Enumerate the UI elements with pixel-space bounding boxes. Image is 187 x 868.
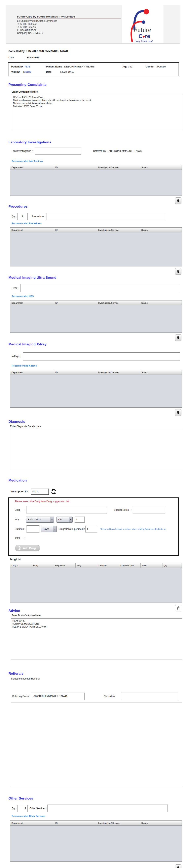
drug-list-header: Drug IDDrugFequencyWayDurationDuration T… [10, 563, 182, 568]
advice-textarea[interactable]: REASSURE cONTINUE MEDICATIONS sEE IN 1 W… [11, 618, 182, 660]
prescription-id-input[interactable] [31, 489, 49, 495]
drug-input[interactable] [27, 506, 107, 514]
section-title-ultrasound: Medical Imaging Ultra Sound [8, 276, 187, 280]
diagnosis-textarea[interactable] [10, 429, 182, 469]
duration-type-value: Day/s [43, 528, 49, 530]
procedures-table-header: DepartmentIDInvestigation/ServiceStatus [10, 227, 182, 232]
special-notes-input[interactable] [133, 506, 165, 514]
frequency-select[interactable]: OD ▼ [57, 517, 73, 523]
way-label: Way : [15, 518, 26, 521]
drug-list-table: Drug IDDrugFequencyWayDurationDuration T… [10, 563, 182, 603]
other-services-body[interactable] [10, 826, 182, 861]
column-header: ID [54, 165, 97, 169]
per-meal-input[interactable] [85, 526, 97, 532]
patient-id-value: 7335 [24, 65, 30, 68]
meal-timing-value: Before Meal [28, 518, 41, 521]
duration-type-select[interactable]: Day/s ▼ [41, 526, 57, 532]
other-services-label: Other Services : [30, 807, 47, 810]
uss-table-header: DepartmentIDInvestigation/ServiceStatus [10, 301, 182, 305]
patient-date-value: 2024-10-10 [61, 70, 74, 73]
column-header: Investigation/Service [97, 165, 140, 169]
other-services-input[interactable] [47, 805, 168, 812]
column-header: Investigation/Service [97, 370, 140, 375]
recommended-xray-link[interactable]: Recommended X-Rays [12, 365, 37, 367]
other-services-header: DepartmentIDInvestigation / ServiceStatu… [10, 821, 182, 826]
section-title-procedures: Procedures [8, 205, 187, 209]
visit-date-row: Date : 2024-10-10 [8, 56, 187, 59]
section-title-refferals: Refferals [8, 672, 187, 676]
xray-table-body[interactable] [10, 375, 182, 407]
lab-investigation-input[interactable] [35, 147, 81, 155]
lab-table-body[interactable] [10, 170, 182, 195]
section-title-medication: Medication [8, 478, 187, 483]
visit-id-value: 16188 [24, 70, 31, 73]
column-header: ID [54, 821, 97, 825]
section-title-diagnosis: Diagnosis [8, 420, 187, 424]
duration-label: Duration : [15, 528, 27, 530]
svg-text:Future: Future [134, 26, 151, 33]
xray-input[interactable] [23, 352, 180, 361]
company-name: Future Care by Future Holdings (Pty) Lim… [17, 15, 121, 19]
uss-delete-button[interactable] [175, 334, 181, 341]
column-header: ID [54, 301, 97, 305]
duration-input[interactable] [27, 525, 39, 533]
column-header: Status [140, 370, 182, 375]
frequency-qty-input[interactable] [75, 517, 85, 523]
advice-label: Enter Doctor's Advice Here [12, 614, 187, 617]
recommended-other-services-link[interactable]: Recommended Other Services [12, 815, 45, 817]
gender-value: Female [157, 65, 166, 68]
svg-text:C♥re: C♥re [139, 33, 150, 39]
svg-text:Body Mind Soul: Body Mind Soul [135, 40, 153, 43]
other-services-table: DepartmentIDInvestigation / ServiceStatu… [10, 820, 182, 862]
prescription-id-label: Prescription ID : [10, 490, 30, 493]
procedures-input[interactable] [46, 213, 165, 220]
drug-list-label: Drug List [10, 558, 187, 561]
trash-icon [176, 198, 180, 203]
procedures-table-body[interactable] [10, 232, 182, 266]
add-drug-button[interactable]: + Add Drug [15, 545, 40, 551]
column-header: Department [10, 165, 54, 169]
xray-delete-button[interactable] [175, 409, 181, 416]
other-services-delete-button[interactable] [175, 864, 181, 868]
visit-id-label: Visit ID : [11, 70, 24, 73]
special-notes-label: Special Notes : [114, 508, 133, 512]
date-value: 2024-10-10 [27, 56, 39, 59]
patient-name-label: Patient Name : [46, 65, 64, 68]
future-care-logo: Future C♥re Body Mind Soul [122, 5, 163, 43]
patient-name-value: DEBORAH IRENY MEARS [64, 65, 95, 68]
column-header: Department [10, 301, 54, 305]
letterhead: Future Care by Future Holdings (Pty) Lim… [6, 5, 180, 43]
column-header: Drug ID [10, 563, 32, 568]
chevron-down-icon: ▼ [53, 526, 57, 532]
referred-by-label: Reffered By : [93, 150, 108, 152]
section-title-laboratory: Laboratory Investigations [8, 141, 187, 145]
section-title-xray: Medical Imaging X-Ray [8, 342, 187, 346]
drug-label: Drug : [15, 508, 27, 512]
plus-icon: + [18, 547, 21, 550]
refferal-list-box[interactable] [11, 702, 182, 787]
column-header: Drug [32, 563, 54, 568]
recommended-lab-testings-link[interactable]: Recommended Lab Testings [12, 160, 43, 162]
column-header: Status [140, 301, 182, 305]
lab-delete-button[interactable] [175, 197, 181, 204]
procedures-qty-input[interactable] [17, 213, 28, 220]
complaints-textarea[interactable]: HBa1c - 4.5 %, 25.6 mmol/mol Dizziness h… [12, 95, 182, 129]
trash-icon [176, 410, 180, 415]
consultant-input[interactable] [121, 692, 178, 700]
patient-id-label: Patient ID : [11, 65, 24, 68]
uss-table-body[interactable] [10, 305, 182, 333]
advice-delete-button[interactable] [175, 605, 181, 612]
recommended-uss-link[interactable]: Recommended USS [12, 295, 34, 298]
other-qty-input[interactable] [17, 805, 28, 812]
prescription-refresh-button[interactable] [51, 489, 57, 495]
recommended-procedures-link[interactable]: Recommended Procedures [12, 222, 42, 224]
procedures-delete-button[interactable] [175, 268, 181, 275]
gender-label: Gender : [146, 65, 157, 68]
frequency-value: OD [58, 518, 62, 521]
uss-input[interactable] [20, 284, 180, 292]
meal-timing-select[interactable]: Before Meal ▼ [26, 517, 54, 523]
consulted-by-label: Consulted By : [8, 50, 28, 53]
referring-doctor-input[interactable] [32, 692, 85, 700]
complaints-label: Enter Complaints Here [12, 90, 187, 93]
drug-list-body[interactable] [10, 568, 182, 602]
